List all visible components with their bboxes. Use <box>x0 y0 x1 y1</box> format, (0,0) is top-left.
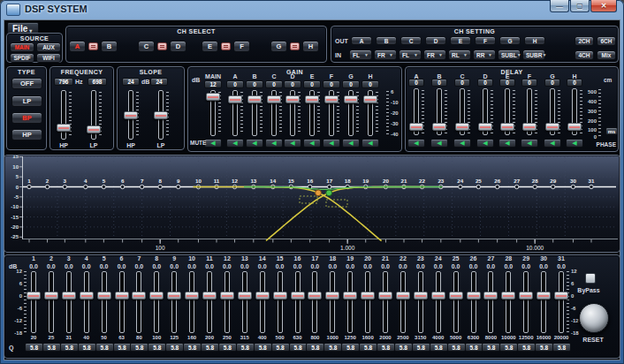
eq-band-28-slider-track[interactable] <box>506 271 511 333</box>
mode-button-2ch[interactable]: 2CH <box>575 36 594 46</box>
mute-button-c[interactable]: ◀ <box>265 139 283 148</box>
eq-band-13-slider-track[interactable] <box>242 271 247 333</box>
delay-slider-g-handle[interactable] <box>545 123 559 131</box>
mute-button-f[interactable]: ◀ <box>323 139 340 148</box>
eq-band-20-q-value[interactable]: 5.8 <box>359 343 377 352</box>
delay-value-e[interactable]: 0 <box>499 79 515 87</box>
output-button-g[interactable]: G <box>499 36 521 45</box>
graph-band-marker-30[interactable] <box>571 185 575 188</box>
eq-band-17-slider-handle[interactable] <box>308 292 322 300</box>
lp-crossover-handle[interactable] <box>316 190 322 196</box>
link-channels-icon[interactable] <box>221 42 231 50</box>
eq-band-3-slider-handle[interactable] <box>62 292 76 300</box>
input-select-2[interactable]: FR▼ <box>374 49 397 60</box>
mute-button-d[interactable]: ◀ <box>284 139 301 148</box>
eq-band-4-q-value[interactable]: 5.8 <box>78 343 96 352</box>
eq-band-18-slider-handle[interactable] <box>325 292 339 300</box>
eq-band-15-q-value[interactable]: 5.8 <box>271 343 290 352</box>
delay-slider-b-handle[interactable] <box>432 123 446 131</box>
gain-slider-g-handle[interactable] <box>344 95 358 103</box>
eq-band-1-slider-handle[interactable] <box>27 292 41 300</box>
graph-band-marker-3[interactable] <box>63 185 66 188</box>
input-select-8[interactable]: SUBR▼ <box>522 49 545 60</box>
gain-value-a[interactable]: 0 <box>226 80 244 88</box>
lp-frequency-slider-handle[interactable] <box>87 125 101 133</box>
eq-band-5-slider-track[interactable] <box>102 271 107 333</box>
eq-band-30-slider-handle[interactable] <box>536 292 551 300</box>
eq-band-29-slider-track[interactable] <box>523 271 529 333</box>
phase-button-b[interactable]: ◀ <box>430 139 448 148</box>
eq-band-27-slider-track[interactable] <box>488 271 493 333</box>
phase-button-f[interactable]: ◀ <box>521 139 538 148</box>
ch-select-button-e[interactable]: E <box>202 41 218 52</box>
eq-band-11-slider-handle[interactable] <box>202 292 217 300</box>
eq-band-12-slider-track[interactable] <box>224 271 230 333</box>
eq-band-21-q-value[interactable]: 5.8 <box>377 343 395 352</box>
eq-band-12-q-value[interactable]: 5.8 <box>218 343 237 352</box>
graph-band-marker-24[interactable] <box>459 185 462 188</box>
graph-band-marker-2[interactable] <box>45 185 49 188</box>
eq-band-19-slider-track[interactable] <box>347 271 353 333</box>
eq-band-16-slider-track[interactable] <box>295 271 301 333</box>
hp-slope-value[interactable]: 24 <box>122 78 140 86</box>
ch-select-button-d[interactable]: D <box>170 41 186 52</box>
lp-frequency-value[interactable]: 698 <box>88 78 107 86</box>
source-button-spdif[interactable]: SPDIF <box>10 53 34 63</box>
output-button-d[interactable]: D <box>425 36 446 45</box>
source-button-wifi[interactable]: WIFI <box>36 53 61 63</box>
eq-band-22-q-value[interactable]: 5.8 <box>394 343 413 352</box>
eq-band-9-slider-track[interactable] <box>171 271 177 333</box>
eq-band-4-slider-track[interactable] <box>84 271 89 333</box>
hp-frequency-slider-track[interactable] <box>61 90 66 140</box>
mute-button-b[interactable]: ◀ <box>246 139 263 148</box>
bypass-led[interactable] <box>585 273 596 284</box>
eq-band-5-slider-handle[interactable] <box>97 292 111 300</box>
delay-slider-f-handle[interactable] <box>522 123 536 131</box>
eq-band-24-slider-handle[interactable] <box>431 292 445 300</box>
lp-slope-value[interactable]: 24 <box>150 78 168 86</box>
eq-band-17-slider-track[interactable] <box>312 271 317 333</box>
gain-value-b[interactable]: 0 <box>246 80 263 88</box>
eq-band-12-slider-handle[interactable] <box>220 292 234 300</box>
eq-band-3-slider-track[interactable] <box>66 271 72 333</box>
output-button-h[interactable]: H <box>524 36 545 45</box>
graph-band-marker-27[interactable] <box>514 185 518 188</box>
eq-band-14-slider-handle[interactable] <box>255 292 270 300</box>
mode-button-6ch[interactable]: 6CH <box>597 36 616 46</box>
eq-band-6-slider-track[interactable] <box>119 271 125 333</box>
eq-band-2-slider-handle[interactable] <box>44 292 58 300</box>
eq-band-19-q-value[interactable]: 5.8 <box>341 343 360 352</box>
ms-cm-toggle-button[interactable]: ms <box>605 127 618 135</box>
minimize-button[interactable]: — <box>550 0 569 12</box>
eq-band-11-q-value[interactable]: 5.8 <box>201 343 219 352</box>
eq-band-23-q-value[interactable]: 5.8 <box>412 343 430 352</box>
mute-button-h[interactable]: ◀ <box>361 139 379 148</box>
eq-band-26-slider-track[interactable] <box>471 271 476 333</box>
gain-slider-main-handle[interactable] <box>206 93 220 101</box>
ch-select-button-g[interactable]: G <box>270 41 287 52</box>
graph-band-marker-4[interactable] <box>84 185 88 188</box>
eq-band-8-slider-track[interactable] <box>154 271 159 333</box>
delay-value-a[interactable]: 0 <box>408 79 424 87</box>
graph-band-marker-9[interactable] <box>177 185 180 188</box>
type-button-off[interactable]: OFF <box>11 78 42 89</box>
eq-band-31-q-value[interactable]: 5.8 <box>552 343 571 352</box>
eq-band-10-slider-track[interactable] <box>189 271 194 333</box>
eq-band-15-slider-track[interactable] <box>278 271 283 333</box>
eq-band-8-slider-handle[interactable] <box>149 292 164 300</box>
graph-band-marker-6[interactable] <box>120 185 124 188</box>
link-channels-icon[interactable] <box>157 42 167 50</box>
ch-select-button-f[interactable]: F <box>233 41 250 52</box>
eq-band-22-slider-track[interactable] <box>400 271 406 333</box>
eq-band-11-slider-track[interactable] <box>207 271 212 333</box>
eq-band-29-q-value[interactable]: 5.8 <box>517 343 536 352</box>
eq-band-26-slider-handle[interactable] <box>467 292 481 300</box>
ch-select-button-c[interactable]: C <box>138 41 155 52</box>
reset-knob[interactable] <box>579 303 609 333</box>
eq-band-21-slider-track[interactable] <box>383 271 388 333</box>
eq-band-13-slider-handle[interactable] <box>238 292 252 300</box>
gain-value-g[interactable]: 0 <box>342 80 360 88</box>
eq-band-9-q-value[interactable]: 5.8 <box>165 343 184 352</box>
output-button-f[interactable]: F <box>475 36 496 45</box>
eq-band-31-slider-handle[interactable] <box>554 292 568 300</box>
